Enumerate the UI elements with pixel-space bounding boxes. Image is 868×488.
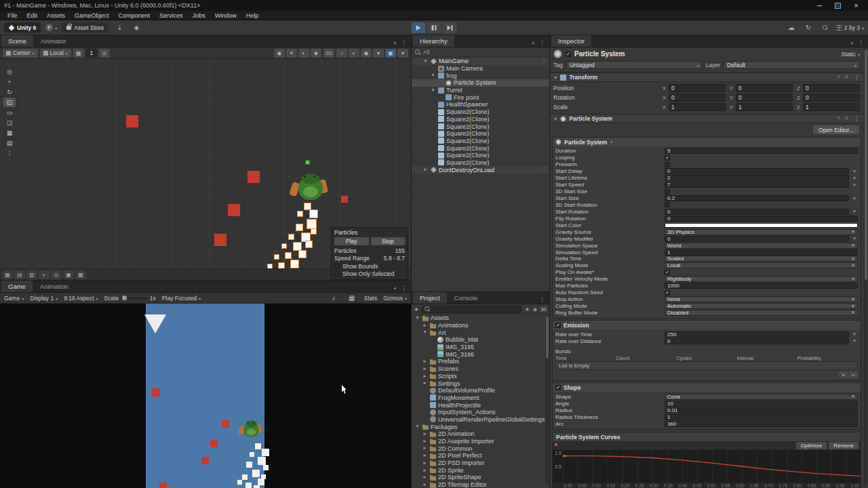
- shaded-mode-icon[interactable]: ◉: [274, 49, 285, 58]
- rect-tool-icon[interactable]: ▭: [3, 108, 16, 117]
- game-canvas[interactable]: [0, 304, 411, 488]
- version-control-icon[interactable]: ◈: [130, 22, 142, 33]
- project-item[interactable]: IMG_3195: [412, 344, 549, 351]
- particle-system-component-header[interactable]: Particle System ?≡: [550, 114, 863, 123]
- start-color-swatch[interactable]: [665, 223, 858, 228]
- view-tool-icon[interactable]: ◎: [3, 67, 16, 77]
- property-checkbox[interactable]: ✓: [665, 155, 858, 161]
- 2d-mode-toggle[interactable]: 2D: [323, 49, 334, 58]
- project-scrollbar[interactable]: [545, 315, 549, 485]
- pause-button[interactable]: [427, 22, 441, 33]
- hierarchy-item[interactable]: Square2(Clone): [412, 138, 549, 145]
- expand-arrow-icon[interactable]: [422, 475, 428, 480]
- component-menu-icon[interactable]: [854, 74, 860, 81]
- help-icon[interactable]: ?: [837, 115, 840, 122]
- snap-size-field[interactable]: 1: [86, 49, 97, 57]
- property-checkbox[interactable]: ✓: [665, 269, 858, 275]
- project-item[interactable]: 2D Animation: [412, 430, 549, 438]
- inspector-property[interactable]: Radius Thickness 1 ▼ 1▼: [555, 413, 858, 420]
- property-field[interactable]: 1000: [665, 283, 858, 289]
- pane-dropdown-icon[interactable]: [850, 35, 853, 47]
- curve-mode-dropdown[interactable]: ▼: [851, 338, 858, 344]
- property-select[interactable]: None▼: [665, 296, 858, 302]
- foldout-arrow-icon[interactable]: [553, 115, 557, 122]
- footer-layers-icon[interactable]: ▥: [26, 270, 37, 279]
- tab-hierarchy[interactable]: Hierarchy: [413, 35, 454, 47]
- inspector-property[interactable]: Looping ✓ ▼ ▼: [555, 155, 858, 161]
- curve-mode-dropdown[interactable]: ▼: [851, 236, 858, 242]
- project-item[interactable]: Settings: [412, 380, 549, 387]
- project-item[interactable]: 2D Aseprite Importer: [412, 438, 549, 445]
- add-burst-button[interactable]: +: [839, 371, 848, 378]
- add-module-icon[interactable]: [610, 139, 613, 146]
- inspector-property[interactable]: Arc 360 ▼ 360▼: [555, 420, 858, 427]
- inspector-property[interactable]: Flip Rotation ✓ 0 ▼ 0▼: [555, 215, 858, 222]
- y-field[interactable]: 0: [736, 84, 793, 92]
- project-item[interactable]: 2D PSD Importer: [412, 460, 549, 467]
- menu-item[interactable]: Jobs: [188, 12, 210, 19]
- tab[interactable]: Animator: [34, 35, 73, 47]
- inspector-property[interactable]: 3D Start Rotation ✓ ▼ ▼: [555, 202, 858, 209]
- inspector-property[interactable]: Emitter Velocity Mode ✓ Rigidbody ▼ Rigi…: [555, 276, 858, 283]
- inspector-property[interactable]: 3D Start Size ✓ ▼ ▼: [555, 188, 858, 195]
- search-icon[interactable]: [819, 22, 831, 33]
- curve-mode-dropdown[interactable]: ▼: [851, 195, 858, 201]
- project-item[interactable]: 2D Pixel Perfect: [412, 452, 549, 460]
- position-gizmo[interactable]: [305, 160, 310, 165]
- overlays-dropdown-icon[interactable]: ▾: [397, 49, 408, 58]
- menu-item[interactable]: Component: [114, 12, 155, 19]
- footer-search-icon[interactable]: ◎: [51, 270, 62, 279]
- lighting-icon[interactable]: ☀: [286, 49, 297, 58]
- expand-arrow-icon[interactable]: [422, 439, 428, 444]
- foldout-arrow-icon[interactable]: [553, 74, 557, 81]
- project-item[interactable]: Assets: [412, 314, 549, 322]
- hierarchy-item[interactable]: Square2(Clone): [412, 144, 549, 152]
- property-field[interactable]: 0: [665, 168, 849, 174]
- project-item[interactable]: Scripts: [412, 373, 549, 380]
- pane-dropdown-icon[interactable]: [393, 281, 396, 293]
- z-field[interactable]: 1: [803, 103, 860, 111]
- stats-toggle[interactable]: Stats: [364, 295, 377, 302]
- expand-arrow-icon[interactable]: [430, 88, 436, 93]
- inspector-property[interactable]: Radius 0.01 ▼ 0.01▼: [555, 407, 858, 413]
- hierarchy-item[interactable]: MainGame: [412, 58, 549, 65]
- hierarchy-item[interactable]: Square2(Clone): [412, 108, 549, 116]
- footer-list-icon[interactable]: ▤: [14, 270, 25, 279]
- property-field[interactable]: 7: [665, 182, 849, 188]
- static-dropdown[interactable]: Static: [842, 51, 860, 58]
- module-checkbox[interactable]: ✓: [555, 385, 561, 390]
- property-field[interactable]: 1: [665, 249, 858, 256]
- particles-play-button[interactable]: Play: [334, 237, 369, 245]
- menu-item[interactable]: Help: [241, 12, 264, 19]
- transform-header[interactable]: Transform ?≡: [550, 73, 863, 82]
- gizmos-toggle-icon[interactable]: ▣: [385, 49, 396, 58]
- property-select[interactable]: World▼: [665, 243, 858, 249]
- minimize-button[interactable]: [816, 2, 823, 9]
- inspector-property[interactable]: Start Lifetime ✓ 2 ▼ 2▼: [555, 175, 858, 182]
- shape-module-header[interactable]: ✓ Shape: [553, 383, 861, 392]
- aspect-ratio-dropdown[interactable]: 9:16 Aspect: [64, 295, 98, 302]
- move-tool-icon[interactable]: +: [3, 77, 16, 87]
- property-checkbox[interactable]: ✓: [665, 202, 858, 208]
- visibility-dropdown-icon[interactable]: ▾: [373, 49, 384, 58]
- main-module-header[interactable]: Particle System: [553, 138, 861, 146]
- inspector-property[interactable]: Start Size ✓ 0.2 ▼ 0.2▼: [555, 195, 858, 202]
- inspector-property[interactable]: Simulation Space ✓ World ▼ World▼: [555, 242, 858, 249]
- project-item[interactable]: UniversalRenderPipelineGlobalSettings: [412, 416, 549, 424]
- tag-dropdown[interactable]: Untagged: [566, 61, 703, 69]
- curve-plot-area[interactable]: [563, 450, 861, 483]
- favorites-icon[interactable]: ★: [525, 306, 530, 312]
- inspector-property[interactable]: Start Color ✓ ▼ ▼: [555, 222, 858, 228]
- inspector-property[interactable]: Duration ✓ 5 ▼ 5▼: [555, 148, 858, 155]
- property-checkbox[interactable]: ✓: [665, 188, 858, 195]
- footer-grid-icon[interactable]: ▦: [2, 270, 13, 279]
- project-item[interactable]: DefaultVolumeProfile: [412, 387, 549, 394]
- property-field[interactable]: 360: [665, 421, 858, 427]
- project-item[interactable]: HealthProjectile: [412, 401, 549, 409]
- property-select[interactable]: Local▼: [665, 262, 858, 268]
- shadows-icon[interactable]: ◐: [298, 49, 309, 58]
- property-checkbox[interactable]: ✓: [665, 161, 858, 167]
- component-menu-icon[interactable]: [854, 115, 860, 122]
- curve-mode-dropdown[interactable]: ▼: [851, 331, 858, 338]
- expand-arrow-icon[interactable]: [422, 453, 428, 458]
